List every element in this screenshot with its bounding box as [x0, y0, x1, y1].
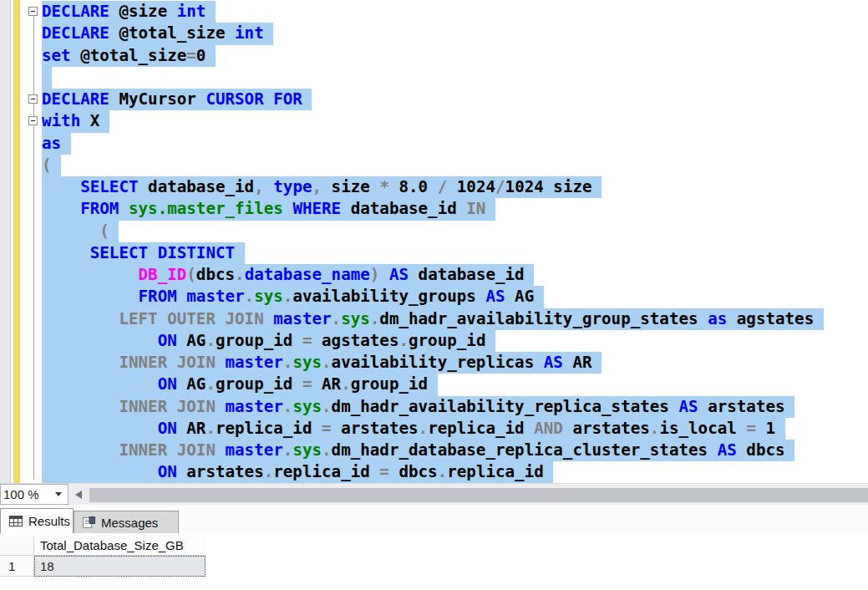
code-line[interactable]: INNER JOIN master.sys.availability_repli…: [0, 352, 868, 374]
code-line[interactable]: ON AR.replica_id = arstates.replica_id A…: [0, 418, 868, 440]
code-line[interactable]: DECLARE @total_size int: [0, 23, 868, 44]
code-area[interactable]: DECLARE @size int DECLARE @total_size in…: [0, 1, 868, 483]
results-grid-icon: [9, 516, 23, 526]
zoom-level-select[interactable]: 100 %: [0, 484, 69, 505]
code-line[interactable]: (: [0, 155, 868, 176]
code-line[interactable]: SELECT DISTINCT: [0, 242, 868, 264]
code-line[interactable]: LEFT OUTER JOIN master.sys.dm_hadr_avail…: [0, 308, 868, 330]
results-tabstrip: Results Messages: [0, 505, 868, 533]
code-line[interactable]: ON arstates.replica_id = dbcs.replica_id: [0, 461, 868, 483]
horizontal-scrollbar[interactable]: [70, 485, 868, 506]
code-line[interactable]: INNER JOIN master.sys.dm_hadr_availabili…: [0, 396, 868, 418]
messages-icon: [83, 516, 95, 528]
ssms-query-window: DECLARE @size int DECLARE @total_size in…: [0, 0, 868, 590]
code-line[interactable]: FROM sys.master_files WHERE database_id …: [0, 198, 868, 220]
row-header[interactable]: 1: [0, 556, 34, 577]
tab-results-label: Results: [28, 514, 70, 528]
column-header-total-database-size-gb[interactable]: Total_Database_Size_GB: [34, 536, 206, 556]
code-line[interactable]: as: [0, 133, 868, 155]
collapse-toggle-icon[interactable]: [28, 116, 38, 125]
grid-corner-cell[interactable]: [0, 536, 34, 556]
tab-results[interactable]: Results: [0, 508, 74, 533]
sql-editor[interactable]: DECLARE @size int DECLARE @total_size in…: [0, 0, 868, 483]
code-line[interactable]: set @total_size=0: [0, 45, 868, 67]
editor-bottom-bar: 100 %: [0, 483, 868, 505]
scroll-left-arrow-icon[interactable]: [75, 491, 82, 499]
horizontal-scrollbar-thumb[interactable]: [89, 488, 868, 502]
code-line[interactable]: SELECT database_id, type, size * 8.0 / 1…: [0, 176, 868, 198]
code-line[interactable]: [0, 67, 868, 89]
zoom-level-value: 100 %: [3, 487, 39, 501]
code-line[interactable]: with X: [0, 110, 868, 132]
chevron-down-icon: [55, 492, 62, 496]
collapse-toggle-icon[interactable]: [28, 7, 38, 16]
code-line[interactable]: ON AG.group_id = agstates.group_id: [0, 330, 868, 352]
results-grid: Total_Database_Size_GB 1 18: [0, 533, 868, 590]
code-line[interactable]: ON AG.group_id = AR.group_id: [0, 374, 868, 395]
code-line[interactable]: DB_ID(dbcs.database_name) AS database_id: [0, 264, 868, 286]
code-line[interactable]: FROM master.sys.availability_groups AS A…: [0, 286, 868, 308]
code-line[interactable]: (: [0, 221, 868, 242]
collapse-toggle-icon[interactable]: [28, 94, 38, 104]
code-line[interactable]: INNER JOIN master.sys.dm_hadr_database_r…: [0, 440, 868, 461]
tab-messages-label: Messages: [101, 516, 158, 530]
code-line[interactable]: DECLARE @size int: [0, 1, 868, 23]
code-line[interactable]: DECLARE MyCursor CURSOR FOR: [0, 89, 868, 110]
grid-cell-selected[interactable]: 18: [34, 556, 206, 577]
tab-messages[interactable]: Messages: [74, 511, 179, 534]
